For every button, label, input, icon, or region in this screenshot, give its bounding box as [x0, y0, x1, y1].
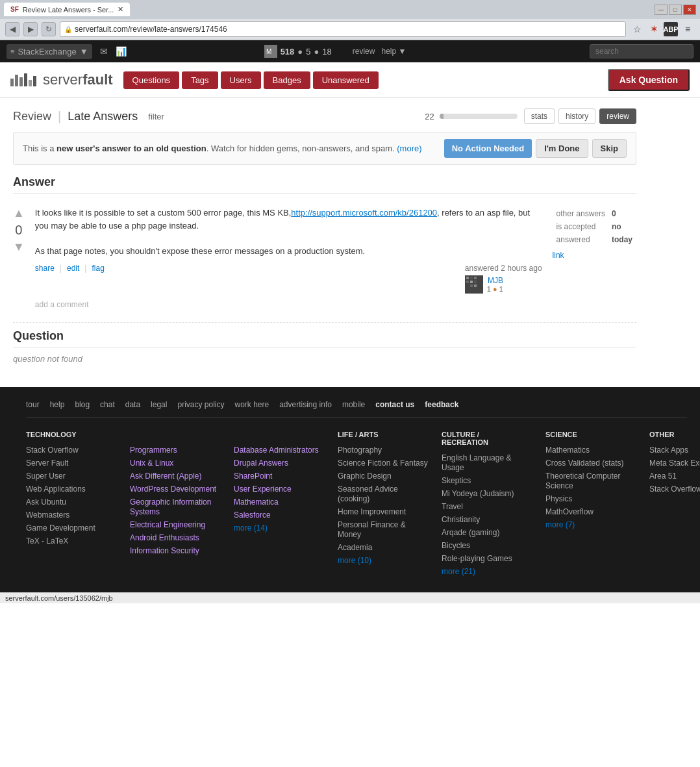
footer-work-here[interactable]: work here [235, 400, 269, 409]
ux-link[interactable]: User Experience [234, 484, 292, 494]
scifi-link[interactable]: Science Fiction & Fantasy [338, 459, 428, 468]
unix-linux-link[interactable]: Unix & Linux [130, 459, 173, 468]
flag-link[interactable]: flag [92, 264, 104, 273]
footer-data[interactable]: data [125, 400, 140, 409]
tech-more-link[interactable]: more (14) [234, 523, 268, 533]
nav-unanswered[interactable]: Unanswered [313, 71, 379, 89]
bicycles-link[interactable]: Bicycles [442, 541, 470, 550]
close-btn[interactable]: ✕ [683, 5, 696, 15]
infosec-link[interactable]: Information Security [130, 546, 199, 555]
tex-latex-link[interactable]: TeX - LaTeX [26, 536, 68, 546]
extension-icon[interactable]: ✶ [647, 22, 661, 36]
forward-btn[interactable]: ▶ [23, 22, 38, 36]
browser-tab[interactable]: SF Review Late Answers - Ser... ✕ [4, 3, 130, 16]
banner-more-link[interactable]: (more) [397, 144, 421, 153]
footer-chat[interactable]: chat [100, 400, 115, 409]
address-bar[interactable]: 🔒 serverfault.com/review/late-answers/17… [60, 21, 626, 37]
user-name-link[interactable]: MJB [488, 276, 503, 285]
footer-blog[interactable]: blog [75, 400, 90, 409]
nav-users[interactable]: Users [221, 71, 261, 89]
stackexchange-logo[interactable]: ≡ StackExchange ▼ [6, 44, 92, 59]
review-link[interactable]: review [353, 47, 375, 56]
help-link[interactable]: help ▼ [381, 47, 406, 56]
footer-advertising[interactable]: advertising info [279, 400, 332, 409]
inbox-icon[interactable]: ✉ [100, 46, 108, 57]
footer-mobile[interactable]: mobile [342, 400, 365, 409]
user-avatar[interactable] [465, 275, 483, 294]
achievements-icon[interactable]: 📊 [116, 46, 127, 57]
christianity-link[interactable]: Christianity [442, 515, 480, 524]
physics-link[interactable]: Physics [545, 494, 572, 503]
im-done-button[interactable]: I'm Done [536, 139, 588, 158]
travel-link[interactable]: Travel [442, 502, 463, 511]
meta-se-link[interactable]: Meta Stack Exchange [649, 459, 700, 468]
cooking-link[interactable]: Seasoned Advice (cooking) [338, 484, 398, 503]
graphic-design-link[interactable]: Graphic Design [338, 472, 392, 481]
refresh-btn[interactable]: ↻ [42, 22, 56, 36]
skip-button[interactable]: Skip [592, 139, 627, 158]
mathoverflow-link[interactable]: MathOverflow [545, 507, 594, 516]
search-input[interactable] [590, 44, 694, 58]
tab-stats[interactable]: stats [524, 108, 555, 124]
arqade-link[interactable]: Arqade (gaming) [442, 528, 499, 537]
judaism-link[interactable]: Mi Yodeya (Judaism) [442, 489, 514, 498]
no-action-needed-button[interactable]: No Action Needed [444, 139, 532, 158]
tab-close-btn[interactable]: ✕ [118, 5, 123, 14]
so-careers-link[interactable]: Stack Overflow Careers [649, 484, 700, 494]
footer-legal[interactable]: legal [151, 400, 167, 409]
culture-more-link[interactable]: more (21) [442, 567, 475, 576]
arts-more-link[interactable]: more (10) [338, 556, 371, 565]
sf-logo[interactable]: serverfault [10, 71, 113, 88]
tab-history[interactable]: history [558, 108, 595, 124]
footer-help[interactable]: help [50, 400, 65, 409]
footer-privacy[interactable]: privacy policy [177, 400, 224, 409]
downvote-btn[interactable]: ▼ [13, 240, 25, 254]
salesforce-link[interactable]: Salesforce [234, 510, 271, 520]
footer-feedback[interactable]: feedback [425, 400, 458, 409]
ask-diff-link[interactable]: Ask Different (Apple) [130, 472, 202, 481]
tcs-link[interactable]: Theoretical Computer Science [545, 472, 620, 490]
answer-link[interactable]: link [553, 251, 636, 260]
footer-contact[interactable]: contact us [375, 400, 414, 409]
nav-badges[interactable]: Badges [264, 71, 310, 89]
ee-link[interactable]: Electrical Engineering [130, 520, 205, 529]
server-fault-link[interactable]: Server Fault [26, 459, 68, 468]
skeptics-link[interactable]: Skeptics [442, 476, 471, 485]
adblock-icon[interactable]: ABP [664, 22, 678, 36]
android-link[interactable]: Android Enthusiasts [130, 533, 199, 542]
gis-link[interactable]: Geographic Information Systems [130, 497, 211, 516]
filter-link[interactable]: filter [148, 112, 164, 121]
science-more-link[interactable]: more (7) [545, 520, 575, 529]
wordpress-link[interactable]: WordPress Development [130, 484, 216, 494]
math-link[interactable]: Mathematics [545, 446, 590, 455]
dba-link[interactable]: Database Administrators [234, 446, 319, 455]
english-link[interactable]: English Language & Usage [442, 453, 511, 472]
game-dev-link[interactable]: Game Development [26, 523, 95, 533]
kb-link[interactable]: http://support.microsoft.com/kb/261200 [291, 208, 437, 218]
super-user-link[interactable]: Super User [26, 472, 66, 481]
cross-validated-link[interactable]: Cross Validated (stats) [545, 459, 624, 468]
nav-questions[interactable]: Questions [123, 71, 180, 89]
share-link[interactable]: share [35, 264, 55, 273]
stack-apps-link[interactable]: Stack Apps [649, 446, 688, 455]
sharepoint-link[interactable]: SharePoint [234, 472, 272, 481]
footer-tour[interactable]: tour [26, 400, 40, 409]
academia-link[interactable]: Academia [338, 543, 372, 552]
drupal-link[interactable]: Drupal Answers [234, 459, 288, 468]
maximize-btn[interactable]: □ [669, 5, 682, 15]
edit-link[interactable]: edit [67, 264, 79, 273]
web-apps-link[interactable]: Web Applications [26, 484, 86, 494]
mathematica-link[interactable]: Mathematica [234, 497, 279, 507]
star-icon[interactable]: ☆ [630, 22, 644, 36]
ask-ubuntu-link[interactable]: Ask Ubuntu [26, 497, 66, 507]
webmasters-link[interactable]: Webmasters [26, 510, 69, 520]
photography-link[interactable]: Photography [338, 446, 382, 455]
add-comment-link[interactable]: add a comment [35, 300, 542, 309]
programmers-link[interactable]: Programmers [130, 446, 177, 455]
ask-question-button[interactable]: Ask Question [608, 69, 690, 91]
home-imp-link[interactable]: Home Improvement [338, 507, 406, 516]
area51-link[interactable]: Area 51 [649, 472, 677, 481]
menu-icon[interactable]: ≡ [681, 22, 695, 36]
upvote-btn[interactable]: ▲ [13, 207, 25, 220]
nav-tags[interactable]: Tags [182, 71, 218, 89]
